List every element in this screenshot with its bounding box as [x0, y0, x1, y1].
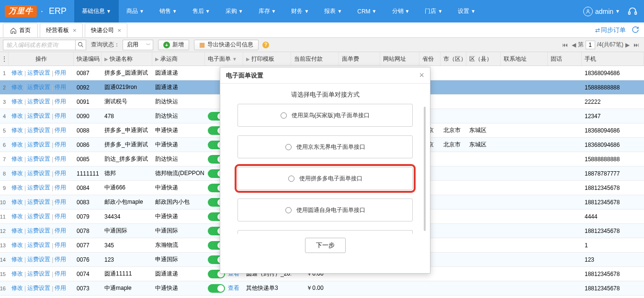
edit-link[interactable]: 修改	[11, 212, 23, 221]
radio-input[interactable]	[288, 176, 294, 182]
opt-yto[interactable]: 使用圆通自身电子面单接口	[237, 199, 413, 221]
th-mobile[interactable]: 手机	[582, 52, 644, 66]
tab-express[interactable]: 快递公司 ×	[85, 23, 128, 37]
disable-link[interactable]: 停用	[55, 169, 66, 177]
help-icon[interactable]: ?	[262, 42, 269, 48]
opt-pdd[interactable]: 使用拼多多电子面单接口	[237, 167, 413, 190]
disable-link[interactable]: 停用	[55, 83, 66, 91]
ship-link[interactable]: 运费设置	[27, 198, 50, 206]
th-city[interactable]: 市（区）	[441, 52, 466, 66]
tab-dashboard[interactable]: 经营看板 ×	[40, 23, 83, 37]
sync-orders-link[interactable]: 同步订单	[601, 26, 626, 34]
ship-link[interactable]: 运费设置	[27, 69, 50, 77]
disable-link[interactable]: 停用	[55, 212, 66, 221]
new-button[interactable]: + 新增	[158, 40, 189, 50]
disable-link[interactable]: 停用	[55, 270, 66, 278]
scrollbar[interactable]	[424, 107, 426, 231]
next-button[interactable]: 下一步	[305, 238, 346, 253]
th-pay[interactable]: 当前应付款	[291, 52, 339, 66]
nav-crm[interactable]: CRM▼	[350, 0, 384, 22]
opt-cainiao[interactable]: 使用菜鸟(买家版)电子面单接口	[237, 104, 413, 127]
ship-link[interactable]: 运费设置	[27, 184, 50, 192]
user-name[interactable]: admin	[595, 8, 613, 15]
user-icon[interactable]	[583, 7, 593, 16]
edit-link[interactable]: 修改	[11, 270, 23, 278]
ship-link[interactable]: 运费设置	[27, 83, 50, 91]
th-tel[interactable]: 固话	[548, 52, 582, 66]
edit-link[interactable]: 修改	[11, 69, 23, 77]
ship-link[interactable]: 运费设置	[27, 155, 50, 163]
th-addr[interactable]: 联系地址	[501, 52, 548, 66]
nav-purchase[interactable]: 采购▼	[218, 0, 251, 22]
export-button[interactable]: ▦ 导出快递公司信息	[194, 40, 259, 50]
th-fee[interactable]: 面单费	[339, 52, 380, 66]
edit-link[interactable]: 修改	[11, 155, 23, 163]
ebill-switch[interactable]	[208, 284, 225, 293]
tab-home[interactable]: 首页	[3, 23, 38, 37]
ship-link[interactable]: 运费设置	[27, 212, 50, 221]
ship-link[interactable]: 运费设置	[27, 284, 50, 292]
edit-link[interactable]: 修改	[11, 198, 23, 206]
radio-input[interactable]	[281, 112, 287, 119]
th-dist[interactable]: 区（县）	[466, 52, 501, 66]
ship-link[interactable]: 运费设置	[27, 227, 50, 235]
edit-link[interactable]: 修改	[11, 255, 23, 264]
radio-input[interactable]	[285, 207, 292, 213]
disable-link[interactable]: 停用	[55, 126, 66, 134]
disable-link[interactable]: 停用	[55, 141, 66, 149]
pager-first[interactable]: ⏮	[562, 42, 568, 48]
nav-basic-info[interactable]: 基础信息▼	[74, 0, 119, 22]
edit-link[interactable]: 修改	[11, 169, 23, 177]
edit-link[interactable]: 修改	[11, 126, 23, 134]
disable-link[interactable]: 停用	[55, 69, 66, 77]
edit-link[interactable]: 修改	[11, 141, 23, 149]
disable-link[interactable]: 停用	[55, 255, 66, 264]
edit-link[interactable]: 修改	[11, 184, 23, 192]
th-grip[interactable]: ⋮	[0, 52, 9, 66]
th-tpl[interactable]: ▶打印模板	[243, 52, 291, 66]
disable-link[interactable]: 停用	[55, 198, 66, 206]
edit-link[interactable]: 修改	[11, 227, 23, 235]
opt-more[interactable]	[237, 230, 413, 234]
support-icon[interactable]	[628, 7, 637, 16]
th-url[interactable]: 网站网址	[380, 52, 419, 66]
pager-next[interactable]: ▶	[625, 42, 630, 48]
disable-link[interactable]: 停用	[55, 241, 66, 249]
nav-store[interactable]: 门店▼	[417, 0, 450, 22]
nav-report[interactable]: 报表▼	[316, 0, 350, 22]
opt-jd[interactable]: 使用京东无界电子面单接口	[237, 135, 413, 158]
edit-link[interactable]: 修改	[11, 83, 23, 91]
edit-link[interactable]: 修改	[11, 241, 23, 249]
edit-link[interactable]: 修改	[11, 98, 23, 106]
disable-link[interactable]: 停用	[55, 284, 66, 292]
th-prov[interactable]: 省份	[419, 52, 441, 66]
nav-inventory[interactable]: 库存▼	[251, 0, 284, 22]
disable-link[interactable]: 停用	[55, 112, 66, 120]
edit-link[interactable]: 修改	[11, 112, 23, 120]
ship-link[interactable]: 运费设置	[27, 141, 50, 149]
nav-finance[interactable]: 财务▼	[283, 0, 316, 22]
nav-goods[interactable]: 商品▼	[119, 0, 152, 22]
nav-settings[interactable]: 设置▼	[450, 0, 483, 22]
refresh-icon[interactable]	[632, 26, 639, 35]
ship-link[interactable]: 运费设置	[27, 169, 50, 177]
close-icon[interactable]: ×	[73, 27, 77, 34]
table-row[interactable]: 16修改|运费设置|停用0073中通maple中通快递查看其他快递单3￥0.00…	[0, 281, 644, 296]
nav-distrib[interactable]: 分销▼	[384, 0, 418, 22]
disable-link[interactable]: 停用	[55, 155, 66, 163]
close-icon[interactable]: ×	[118, 27, 122, 34]
ship-link[interactable]: 运费设置	[27, 255, 50, 264]
disable-link[interactable]: 停用	[55, 184, 66, 192]
pager-page-input[interactable]	[586, 41, 595, 49]
status-select[interactable]: 启用 ﹀	[123, 40, 153, 50]
ship-link[interactable]: 运费设置	[27, 98, 50, 106]
th-name[interactable]: ▶快递名称	[102, 52, 152, 66]
view-link[interactable]: 查看	[228, 284, 239, 292]
search-button[interactable]	[75, 40, 86, 50]
ship-link[interactable]: 运费设置	[27, 126, 50, 134]
close-icon[interactable]: ×	[419, 70, 424, 80]
ship-link[interactable]: 运费设置	[27, 112, 50, 120]
pager-prev[interactable]: ◀	[572, 42, 576, 48]
nav-aftersale[interactable]: 售后▼	[185, 0, 218, 22]
th-ebill[interactable]: 电子面单▼	[205, 52, 243, 66]
